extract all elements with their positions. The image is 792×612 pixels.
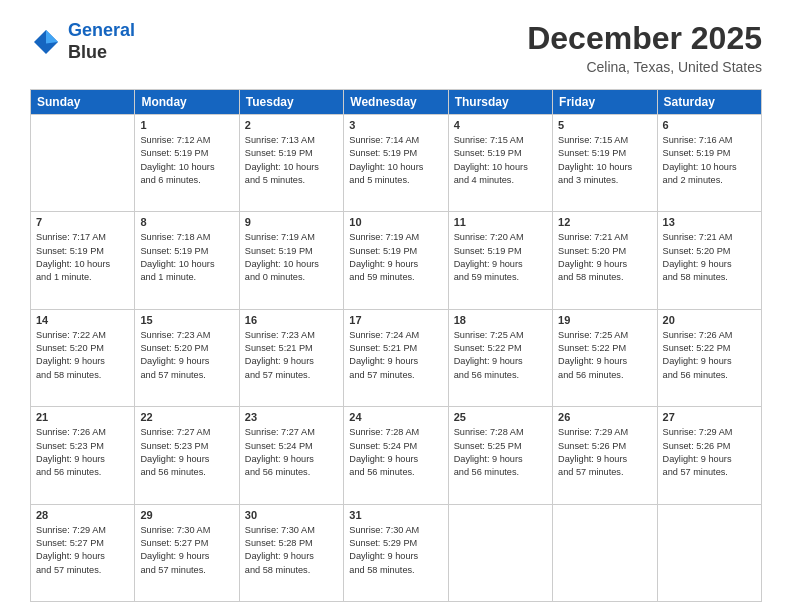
day-number: 1	[140, 119, 233, 131]
day-number: 28	[36, 509, 129, 521]
day-info: Sunrise: 7:26 AM Sunset: 5:23 PM Dayligh…	[36, 426, 129, 479]
day-number: 25	[454, 411, 547, 423]
calendar-week-row: 28Sunrise: 7:29 AM Sunset: 5:27 PM Dayli…	[31, 504, 762, 601]
day-info: Sunrise: 7:27 AM Sunset: 5:24 PM Dayligh…	[245, 426, 338, 479]
day-info: Sunrise: 7:12 AM Sunset: 5:19 PM Dayligh…	[140, 134, 233, 187]
calendar-week-row: 14Sunrise: 7:22 AM Sunset: 5:20 PM Dayli…	[31, 309, 762, 406]
day-info: Sunrise: 7:19 AM Sunset: 5:19 PM Dayligh…	[349, 231, 442, 284]
day-info: Sunrise: 7:29 AM Sunset: 5:26 PM Dayligh…	[558, 426, 651, 479]
calendar-body: 1Sunrise: 7:12 AM Sunset: 5:19 PM Daylig…	[31, 115, 762, 602]
calendar-header-cell: Friday	[553, 90, 657, 115]
calendar-cell	[553, 504, 657, 601]
calendar-cell: 29Sunrise: 7:30 AM Sunset: 5:27 PM Dayli…	[135, 504, 239, 601]
calendar-header-cell: Saturday	[657, 90, 761, 115]
day-info: Sunrise: 7:30 AM Sunset: 5:28 PM Dayligh…	[245, 524, 338, 577]
calendar-cell: 19Sunrise: 7:25 AM Sunset: 5:22 PM Dayli…	[553, 309, 657, 406]
calendar-cell: 30Sunrise: 7:30 AM Sunset: 5:28 PM Dayli…	[239, 504, 343, 601]
calendar-cell: 25Sunrise: 7:28 AM Sunset: 5:25 PM Dayli…	[448, 407, 552, 504]
logo: General Blue	[30, 20, 135, 63]
calendar-week-row: 7Sunrise: 7:17 AM Sunset: 5:19 PM Daylig…	[31, 212, 762, 309]
calendar-header-cell: Wednesday	[344, 90, 448, 115]
calendar-cell: 7Sunrise: 7:17 AM Sunset: 5:19 PM Daylig…	[31, 212, 135, 309]
day-info: Sunrise: 7:20 AM Sunset: 5:19 PM Dayligh…	[454, 231, 547, 284]
day-info: Sunrise: 7:13 AM Sunset: 5:19 PM Dayligh…	[245, 134, 338, 187]
calendar-cell: 8Sunrise: 7:18 AM Sunset: 5:19 PM Daylig…	[135, 212, 239, 309]
day-number: 22	[140, 411, 233, 423]
calendar-header-cell: Monday	[135, 90, 239, 115]
calendar-header-row: SundayMondayTuesdayWednesdayThursdayFrid…	[31, 90, 762, 115]
day-number: 31	[349, 509, 442, 521]
calendar-cell	[448, 504, 552, 601]
day-number: 4	[454, 119, 547, 131]
calendar-week-row: 1Sunrise: 7:12 AM Sunset: 5:19 PM Daylig…	[31, 115, 762, 212]
day-info: Sunrise: 7:28 AM Sunset: 5:24 PM Dayligh…	[349, 426, 442, 479]
calendar-cell: 31Sunrise: 7:30 AM Sunset: 5:29 PM Dayli…	[344, 504, 448, 601]
day-number: 27	[663, 411, 756, 423]
calendar-header-cell: Sunday	[31, 90, 135, 115]
day-number: 30	[245, 509, 338, 521]
calendar-cell: 14Sunrise: 7:22 AM Sunset: 5:20 PM Dayli…	[31, 309, 135, 406]
svg-marker-1	[46, 30, 58, 44]
logo-text: General Blue	[68, 20, 135, 63]
location: Celina, Texas, United States	[527, 59, 762, 75]
header-right: December 2025 Celina, Texas, United Stat…	[527, 20, 762, 75]
calendar-cell: 27Sunrise: 7:29 AM Sunset: 5:26 PM Dayli…	[657, 407, 761, 504]
day-info: Sunrise: 7:26 AM Sunset: 5:22 PM Dayligh…	[663, 329, 756, 382]
page: General Blue December 2025 Celina, Texas…	[0, 0, 792, 612]
day-info: Sunrise: 7:18 AM Sunset: 5:19 PM Dayligh…	[140, 231, 233, 284]
calendar-cell: 22Sunrise: 7:27 AM Sunset: 5:23 PM Dayli…	[135, 407, 239, 504]
day-info: Sunrise: 7:23 AM Sunset: 5:20 PM Dayligh…	[140, 329, 233, 382]
calendar-header-cell: Tuesday	[239, 90, 343, 115]
day-info: Sunrise: 7:30 AM Sunset: 5:29 PM Dayligh…	[349, 524, 442, 577]
day-info: Sunrise: 7:23 AM Sunset: 5:21 PM Dayligh…	[245, 329, 338, 382]
day-info: Sunrise: 7:21 AM Sunset: 5:20 PM Dayligh…	[663, 231, 756, 284]
calendar-cell: 28Sunrise: 7:29 AM Sunset: 5:27 PM Dayli…	[31, 504, 135, 601]
calendar-cell: 13Sunrise: 7:21 AM Sunset: 5:20 PM Dayli…	[657, 212, 761, 309]
day-number: 14	[36, 314, 129, 326]
day-number: 23	[245, 411, 338, 423]
day-number: 12	[558, 216, 651, 228]
calendar-cell: 9Sunrise: 7:19 AM Sunset: 5:19 PM Daylig…	[239, 212, 343, 309]
day-info: Sunrise: 7:28 AM Sunset: 5:25 PM Dayligh…	[454, 426, 547, 479]
day-info: Sunrise: 7:29 AM Sunset: 5:27 PM Dayligh…	[36, 524, 129, 577]
day-number: 24	[349, 411, 442, 423]
day-number: 19	[558, 314, 651, 326]
day-number: 6	[663, 119, 756, 131]
day-number: 16	[245, 314, 338, 326]
calendar-cell: 1Sunrise: 7:12 AM Sunset: 5:19 PM Daylig…	[135, 115, 239, 212]
calendar-cell: 11Sunrise: 7:20 AM Sunset: 5:19 PM Dayli…	[448, 212, 552, 309]
day-number: 29	[140, 509, 233, 521]
day-info: Sunrise: 7:22 AM Sunset: 5:20 PM Dayligh…	[36, 329, 129, 382]
day-info: Sunrise: 7:25 AM Sunset: 5:22 PM Dayligh…	[558, 329, 651, 382]
day-info: Sunrise: 7:16 AM Sunset: 5:19 PM Dayligh…	[663, 134, 756, 187]
calendar-header-cell: Thursday	[448, 90, 552, 115]
calendar-cell: 15Sunrise: 7:23 AM Sunset: 5:20 PM Dayli…	[135, 309, 239, 406]
day-number: 10	[349, 216, 442, 228]
header: General Blue December 2025 Celina, Texas…	[30, 20, 762, 75]
day-number: 8	[140, 216, 233, 228]
day-info: Sunrise: 7:19 AM Sunset: 5:19 PM Dayligh…	[245, 231, 338, 284]
logo-icon	[30, 26, 62, 58]
day-number: 17	[349, 314, 442, 326]
calendar-cell: 2Sunrise: 7:13 AM Sunset: 5:19 PM Daylig…	[239, 115, 343, 212]
day-info: Sunrise: 7:25 AM Sunset: 5:22 PM Dayligh…	[454, 329, 547, 382]
day-info: Sunrise: 7:24 AM Sunset: 5:21 PM Dayligh…	[349, 329, 442, 382]
calendar-cell: 12Sunrise: 7:21 AM Sunset: 5:20 PM Dayli…	[553, 212, 657, 309]
day-number: 11	[454, 216, 547, 228]
calendar-week-row: 21Sunrise: 7:26 AM Sunset: 5:23 PM Dayli…	[31, 407, 762, 504]
day-number: 15	[140, 314, 233, 326]
calendar-cell: 21Sunrise: 7:26 AM Sunset: 5:23 PM Dayli…	[31, 407, 135, 504]
day-number: 9	[245, 216, 338, 228]
calendar-cell: 23Sunrise: 7:27 AM Sunset: 5:24 PM Dayli…	[239, 407, 343, 504]
calendar-cell: 5Sunrise: 7:15 AM Sunset: 5:19 PM Daylig…	[553, 115, 657, 212]
calendar-cell: 17Sunrise: 7:24 AM Sunset: 5:21 PM Dayli…	[344, 309, 448, 406]
calendar-table: SundayMondayTuesdayWednesdayThursdayFrid…	[30, 89, 762, 602]
calendar-cell: 10Sunrise: 7:19 AM Sunset: 5:19 PM Dayli…	[344, 212, 448, 309]
day-number: 20	[663, 314, 756, 326]
day-info: Sunrise: 7:17 AM Sunset: 5:19 PM Dayligh…	[36, 231, 129, 284]
day-number: 3	[349, 119, 442, 131]
day-number: 5	[558, 119, 651, 131]
day-info: Sunrise: 7:14 AM Sunset: 5:19 PM Dayligh…	[349, 134, 442, 187]
day-number: 13	[663, 216, 756, 228]
calendar-cell	[657, 504, 761, 601]
